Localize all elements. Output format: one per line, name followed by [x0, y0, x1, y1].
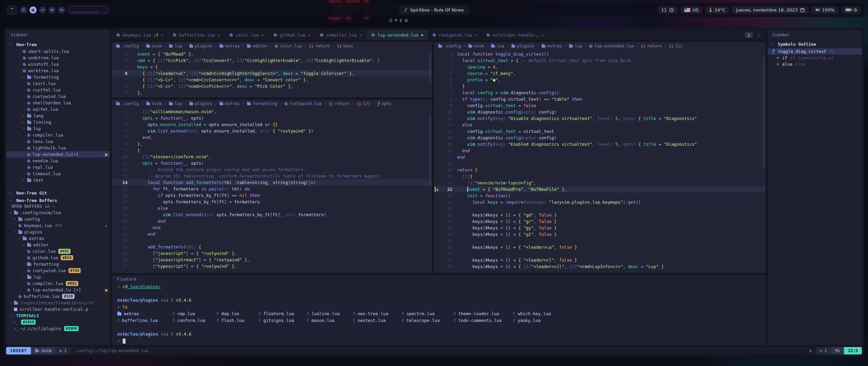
breadcrumb-label[interactable]: [1] — [675, 44, 683, 48]
breadcrumb-label[interactable]: extras — [547, 44, 562, 48]
notes-icon[interactable]: ≡ — [58, 6, 65, 14]
code-line[interactable]: 21 end — [112, 224, 432, 231]
code-line[interactable]: 8 if type(v: config.virtual_text) == "ta… — [434, 96, 766, 102]
code-line[interactable]: 5 opts.ensure_installed = opts.ensure_in… — [112, 121, 432, 128]
code-line[interactable]: 14 vim.diagnostic.config(opts: config) — [434, 135, 766, 141]
file-entry[interactable]: ☾neotest.lua — [353, 317, 402, 324]
code-line[interactable]: 12 else — [434, 122, 766, 128]
music-widget[interactable]: ♪ Spiritbox - Rule Of Nines — [399, 5, 469, 15]
file-entry[interactable]: ☾yanky.lua — [513, 317, 760, 324]
code-line[interactable]: 3 event = { "BufRead" }, — [112, 51, 432, 57]
editor-tab[interactable]: bufferline.lua× — [168, 30, 225, 40]
breadcrumb-label[interactable]: rustywind.lua — [290, 101, 321, 106]
tree-row[interactable]: ▸lang — [6, 113, 110, 119]
breadcrumb-label[interactable]: return — [315, 44, 330, 48]
tree-row[interactable]: ▾lsp — [6, 125, 110, 132]
tab-page[interactable]: 2 — [754, 32, 762, 38]
code-line[interactable]: 19return { — [434, 167, 766, 173]
tree-row[interactable]: neodim.lua — [6, 158, 110, 164]
battery-widget[interactable]: 9 — [842, 6, 861, 14]
code-line[interactable]: 26 ["javascriptreact"] = { "rustywind" }… — [112, 257, 432, 263]
copy-icon[interactable]: ⊕ — [48, 6, 56, 14]
tree-row[interactable]: repl.lua — [6, 164, 110, 170]
editor-tab[interactable]: compiler.lua× — [315, 30, 367, 40]
breadcrumb-label[interactable]: keys — [343, 44, 353, 48]
breadcrumb-label[interactable]: editor — [253, 44, 267, 48]
code-line[interactable]: 22 end — [112, 231, 432, 237]
tree-row[interactable]: ▾plugins — [6, 229, 110, 235]
file-entry[interactable]: ☾mason.lua — [307, 317, 353, 324]
tree-row[interactable]: worktree.lua — [6, 67, 110, 74]
tree-row[interactable]: sqlfmt.lua — [6, 106, 110, 113]
tree-row[interactable]: lightbulb.lua — [6, 145, 110, 151]
editor-lsp-extended-lua[interactable]: .config›nvim›lua›plugins›extras›lsp›lsp-… — [434, 42, 766, 273]
code-line[interactable]: 9 config.virtual_text = false — [434, 102, 766, 109]
code-line[interactable]: 25 ["javascript"] = { "rustywind" }, — [112, 250, 432, 257]
scrollbar-handle[interactable] — [429, 115, 431, 186]
tree-section-header[interactable]: ▸Neo-Tree Git — [6, 188, 110, 196]
breadcrumb-label[interactable]: plugins — [517, 44, 534, 48]
breadcrumb-label[interactable]: lsp — [575, 44, 582, 48]
file-entry[interactable]: ☾lualine.lua — [307, 310, 353, 317]
breadcrumb-label[interactable]: return — [335, 101, 349, 106]
tree-row[interactable]: ›_#2859 — [6, 319, 110, 325]
code-line[interactable]: 6 vim.list_extend(dst: opts.ensure_insta… — [112, 128, 432, 134]
code-line[interactable]: 6 { [1]"<leader>uC", [2]"<cmd>CccHighlig… — [112, 70, 432, 77]
editor-rustywind-lua[interactable]: .config›nvim›lua›plugins›extras›formatti… — [112, 100, 432, 273]
code-line[interactable]: 32 — [434, 250, 766, 257]
tree-row[interactable]: github.lua#654 — [6, 255, 110, 261]
breadcrumb-label[interactable]: extras — [225, 101, 240, 106]
code-line[interactable]: 31 keys[#keys + 1] = { "<leader>ca", fal… — [434, 244, 766, 250]
code-line[interactable]: 15 vim.notify(msg: "Enabled diagnostics … — [434, 141, 766, 147]
code-line[interactable]: 23 init = function() — [434, 192, 766, 199]
breadcrumb-label[interactable]: opts — [381, 101, 391, 106]
code-line[interactable]: 29 keys[#keys + 1] = { "gI", false } — [434, 231, 766, 238]
breadcrumb-label[interactable]: formatting — [253, 101, 277, 106]
code-line[interactable]: 30 — [434, 238, 766, 244]
code-line[interactable]: 7 end, — [112, 134, 432, 141]
code-line[interactable]: 3 [1]"williamboman/mason.nvim", — [112, 108, 432, 115]
tree-row[interactable]: winshift.lua — [6, 61, 110, 67]
code-line[interactable]: 1local function toggle_diag_virtext() — [434, 51, 766, 57]
code-line[interactable]: 24 local keys = require(modname: "lazyvi… — [434, 199, 766, 205]
code-line[interactable]: 21 [1]"neovim/nvim-lspconfig", — [434, 180, 766, 186]
file-entry[interactable]: ☾floaterm.lua — [259, 310, 307, 317]
tree-row[interactable]: ▾Juegos/Indies/SteamLibrary/st — [6, 300, 110, 306]
code-line[interactable]: 4 opts = function(_, opts) — [112, 115, 432, 121]
timer-widget[interactable]: 11 — [657, 6, 677, 14]
code-line[interactable]: 2 local virtual_text = { -- Default virt… — [434, 57, 766, 64]
code-line[interactable]: 13 config.virtual_text = virtual_text — [434, 128, 766, 135]
code-line[interactable]: 18 — [434, 160, 766, 167]
code-line[interactable]: 11 vim.notify(msg: "Disable diagnostics … — [434, 115, 766, 122]
tree-row[interactable]: ▾.config/nvim/lua — [6, 209, 110, 216]
editor-tab[interactable]: color.lua× — [225, 30, 269, 40]
code-line[interactable]: 24 add_formatters(tbl: { — [112, 244, 432, 250]
code-line[interactable]: 8 }, — [112, 141, 432, 147]
code-line[interactable]: 12 --- Extend the conform plugin config … — [112, 166, 432, 173]
code-line[interactable]: 5 keys = { — [112, 64, 432, 70]
file-entry[interactable]: ☾flash.lua — [217, 317, 259, 324]
tree-row[interactable]: lsp-extended.lu [+]● — [6, 287, 110, 293]
code-line[interactable]: 26 keys[#keys + 1] = { "gd", false } — [434, 212, 766, 218]
tree-row[interactable]: lens.lua — [6, 138, 110, 145]
file-entry[interactable]: ☾spectre.lua — [402, 310, 454, 317]
breadcrumb-label[interactable]: lua — [175, 101, 182, 106]
link-icon[interactable]: ∞ — [39, 6, 46, 14]
tree-row[interactable]: ▾formatting — [6, 74, 110, 80]
breadcrumb-label[interactable]: lsp-extended.lua — [594, 44, 634, 48]
breadcrumb-label[interactable]: lua — [497, 44, 504, 48]
tree-row[interactable]: rustywind.lua — [6, 93, 110, 100]
tree-row[interactable]: compiler.lua — [6, 132, 110, 138]
tree-row[interactable]: color.lua#493 — [6, 248, 110, 255]
file-entry[interactable]: ☾todo-comments.lua — [454, 317, 513, 324]
tree-row[interactable]: timeout.lua — [6, 170, 110, 177]
breadcrumb-label[interactable]: return — [647, 44, 662, 48]
code-line[interactable]: 19 vim.list_extend(dst: opts.formatters_… — [112, 211, 432, 218]
file-entry[interactable]: ☾conform.lua — [173, 317, 217, 324]
tree-row[interactable]: rustywind.lua#726 — [6, 267, 110, 274]
code-line[interactable]: 7 { [1]"<S-C>", [2]"<cmd>CccConvert<cr>"… — [112, 77, 432, 83]
code-line[interactable]: 33 keys[#keys + 1] = { "<leader>cl", fal… — [434, 257, 766, 263]
code-line[interactable]: 23 — [112, 237, 432, 244]
code-line[interactable]: 18 else — [112, 205, 432, 211]
file-entry[interactable]: ☾neo-tree.lua — [353, 310, 402, 317]
